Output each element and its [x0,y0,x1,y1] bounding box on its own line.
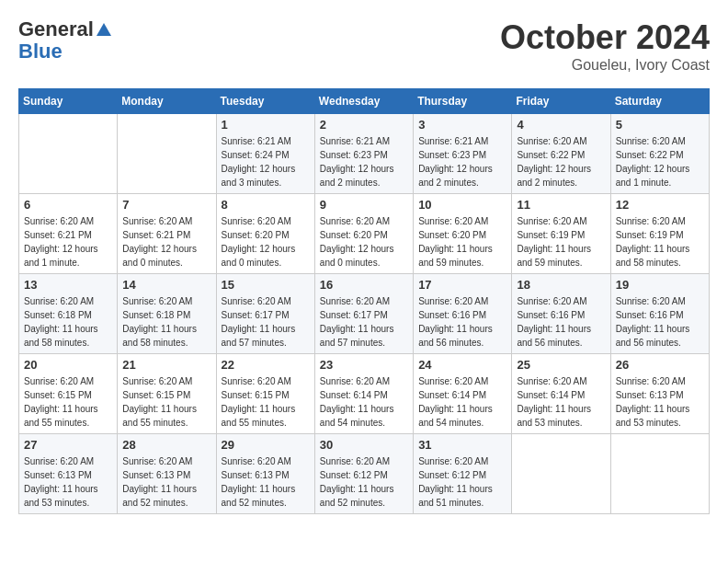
day-info: Sunrise: 6:20 AM Sunset: 6:20 PM Dayligh… [222,214,310,270]
day-number: 12 [616,198,704,212]
logo-blue: Blue [18,40,112,63]
weekday-header-saturday: Saturday [610,89,709,114]
day-number: 26 [616,358,704,372]
day-info: Sunrise: 6:20 AM Sunset: 6:21 PM Dayligh… [24,214,112,270]
calendar-cell: 16Sunrise: 6:20 AM Sunset: 6:17 PM Dayli… [314,274,413,354]
day-number: 20 [24,358,112,372]
day-info: Sunrise: 6:20 AM Sunset: 6:17 PM Dayligh… [320,294,408,350]
calendar-cell: 6Sunrise: 6:20 AM Sunset: 6:21 PM Daylig… [19,194,118,274]
weekday-header-row: SundayMondayTuesdayWednesdayThursdayFrid… [19,89,710,114]
calendar-cell: 1Sunrise: 6:21 AM Sunset: 6:24 PM Daylig… [216,114,314,194]
day-number: 3 [418,118,506,132]
day-info: Sunrise: 6:20 AM Sunset: 6:12 PM Dayligh… [418,454,506,510]
day-number: 1 [222,118,310,132]
calendar-cell: 29Sunrise: 6:20 AM Sunset: 6:13 PM Dayli… [216,434,314,514]
day-number: 21 [122,358,210,372]
calendar-cell [512,434,610,514]
calendar-cell: 23Sunrise: 6:20 AM Sunset: 6:14 PM Dayli… [314,354,413,434]
day-number: 17 [418,278,506,292]
day-number: 29 [222,438,310,452]
day-info: Sunrise: 6:20 AM Sunset: 6:22 PM Dayligh… [616,134,704,190]
day-number: 16 [320,278,408,292]
calendar-cell: 5Sunrise: 6:20 AM Sunset: 6:22 PM Daylig… [610,114,709,194]
day-number: 19 [616,278,704,292]
calendar-cell: 12Sunrise: 6:20 AM Sunset: 6:19 PM Dayli… [610,194,709,274]
day-info: Sunrise: 6:20 AM Sunset: 6:20 PM Dayligh… [320,214,408,270]
day-info: Sunrise: 6:20 AM Sunset: 6:15 PM Dayligh… [24,374,112,430]
calendar-cell [118,114,216,194]
day-number: 4 [517,118,605,132]
day-info: Sunrise: 6:20 AM Sunset: 6:14 PM Dayligh… [418,374,506,430]
calendar-cell: 28Sunrise: 6:20 AM Sunset: 6:13 PM Dayli… [118,434,216,514]
calendar-cell: 15Sunrise: 6:20 AM Sunset: 6:17 PM Dayli… [216,274,314,354]
calendar-cell: 22Sunrise: 6:20 AM Sunset: 6:15 PM Dayli… [216,354,314,434]
day-number: 6 [24,198,112,212]
day-number: 23 [320,358,408,372]
calendar-week-5: 27Sunrise: 6:20 AM Sunset: 6:13 PM Dayli… [19,434,710,514]
calendar-cell: 7Sunrise: 6:20 AM Sunset: 6:21 PM Daylig… [118,194,216,274]
logo: General Blue [18,18,112,63]
weekday-header-sunday: Sunday [19,89,118,114]
calendar-week-3: 13Sunrise: 6:20 AM Sunset: 6:18 PM Dayli… [19,274,710,354]
calendar-cell: 27Sunrise: 6:20 AM Sunset: 6:13 PM Dayli… [19,434,118,514]
calendar-cell: 10Sunrise: 6:20 AM Sunset: 6:20 PM Dayli… [414,194,512,274]
calendar-cell: 9Sunrise: 6:20 AM Sunset: 6:20 PM Daylig… [314,194,413,274]
day-number: 2 [320,118,408,132]
calendar-cell: 8Sunrise: 6:20 AM Sunset: 6:20 PM Daylig… [216,194,314,274]
day-info: Sunrise: 6:20 AM Sunset: 6:17 PM Dayligh… [222,294,310,350]
day-number: 15 [222,278,310,292]
day-number: 7 [122,198,210,212]
day-number: 5 [616,118,704,132]
day-number: 8 [222,198,310,212]
day-info: Sunrise: 6:21 AM Sunset: 6:23 PM Dayligh… [418,134,506,190]
weekday-header-wednesday: Wednesday [314,89,413,114]
svg-marker-0 [97,23,111,36]
day-info: Sunrise: 6:20 AM Sunset: 6:13 PM Dayligh… [122,454,210,510]
day-info: Sunrise: 6:20 AM Sunset: 6:21 PM Dayligh… [122,214,210,270]
day-info: Sunrise: 6:21 AM Sunset: 6:23 PM Dayligh… [320,134,408,190]
day-number: 24 [418,358,506,372]
calendar-cell: 2Sunrise: 6:21 AM Sunset: 6:23 PM Daylig… [314,114,413,194]
day-number: 13 [24,278,112,292]
day-info: Sunrise: 6:20 AM Sunset: 6:16 PM Dayligh… [517,294,605,350]
calendar-cell: 13Sunrise: 6:20 AM Sunset: 6:18 PM Dayli… [19,274,118,354]
calendar-cell: 24Sunrise: 6:20 AM Sunset: 6:14 PM Dayli… [414,354,512,434]
day-info: Sunrise: 6:20 AM Sunset: 6:16 PM Dayligh… [418,294,506,350]
calendar-cell: 30Sunrise: 6:20 AM Sunset: 6:12 PM Dayli… [314,434,413,514]
day-info: Sunrise: 6:21 AM Sunset: 6:24 PM Dayligh… [222,134,310,190]
calendar-table: SundayMondayTuesdayWednesdayThursdayFrid… [18,88,710,514]
day-info: Sunrise: 6:20 AM Sunset: 6:22 PM Dayligh… [517,134,605,190]
day-info: Sunrise: 6:20 AM Sunset: 6:15 PM Dayligh… [222,374,310,430]
calendar-cell: 19Sunrise: 6:20 AM Sunset: 6:16 PM Dayli… [610,274,709,354]
calendar-week-4: 20Sunrise: 6:20 AM Sunset: 6:15 PM Dayli… [19,354,710,434]
calendar-cell [19,114,118,194]
logo-triangle-icon [96,21,112,38]
calendar-cell: 21Sunrise: 6:20 AM Sunset: 6:15 PM Dayli… [118,354,216,434]
calendar-cell: 31Sunrise: 6:20 AM Sunset: 6:12 PM Dayli… [414,434,512,514]
day-number: 11 [517,198,605,212]
day-info: Sunrise: 6:20 AM Sunset: 6:13 PM Dayligh… [222,454,310,510]
day-number: 9 [320,198,408,212]
day-number: 30 [320,438,408,452]
weekday-header-friday: Friday [512,89,610,114]
calendar-cell: 11Sunrise: 6:20 AM Sunset: 6:19 PM Dayli… [512,194,610,274]
day-info: Sunrise: 6:20 AM Sunset: 6:13 PM Dayligh… [24,454,112,510]
day-number: 10 [418,198,506,212]
day-info: Sunrise: 6:20 AM Sunset: 6:14 PM Dayligh… [517,374,605,430]
calendar-week-1: 1Sunrise: 6:21 AM Sunset: 6:24 PM Daylig… [19,114,710,194]
day-number: 22 [222,358,310,372]
month-title: October 2024 [500,18,710,57]
calendar-cell: 18Sunrise: 6:20 AM Sunset: 6:16 PM Dayli… [512,274,610,354]
page-header: General Blue October 2024 Goueleu, Ivory… [18,18,710,74]
day-info: Sunrise: 6:20 AM Sunset: 6:14 PM Dayligh… [320,374,408,430]
day-number: 25 [517,358,605,372]
calendar-cell: 4Sunrise: 6:20 AM Sunset: 6:22 PM Daylig… [512,114,610,194]
title-block: October 2024 Goueleu, Ivory Coast [500,18,710,74]
day-number: 28 [122,438,210,452]
calendar-week-2: 6Sunrise: 6:20 AM Sunset: 6:21 PM Daylig… [19,194,710,274]
day-number: 18 [517,278,605,292]
logo-general: General [18,18,94,40]
calendar-cell: 3Sunrise: 6:21 AM Sunset: 6:23 PM Daylig… [414,114,512,194]
day-info: Sunrise: 6:20 AM Sunset: 6:19 PM Dayligh… [517,214,605,270]
weekday-header-tuesday: Tuesday [216,89,314,114]
